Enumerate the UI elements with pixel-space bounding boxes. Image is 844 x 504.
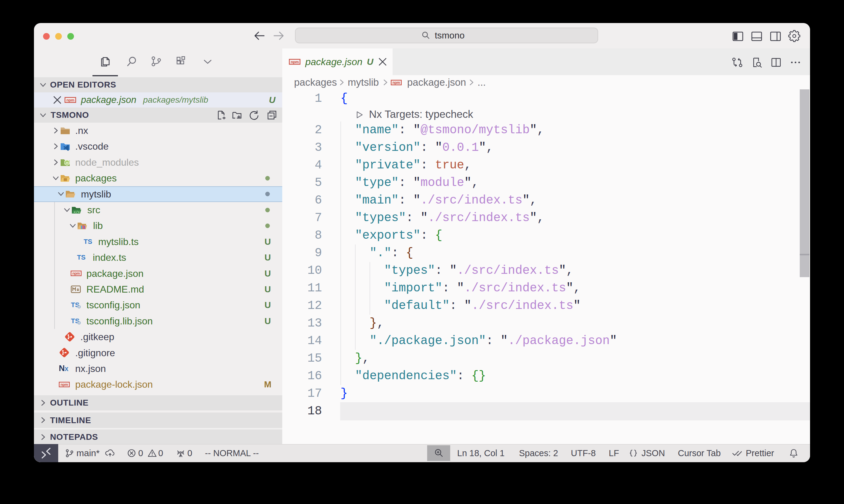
svg-text:npm: npm [291, 60, 299, 64]
svg-text:npm: npm [61, 382, 68, 387]
svg-text:npm: npm [72, 271, 80, 276]
svg-text:TS: TS [84, 238, 92, 245]
svg-text:TS: TS [77, 253, 86, 261]
svg-text:</>: </> [74, 211, 80, 214]
svg-text:N: N [59, 364, 65, 373]
svg-text:JS: JS [65, 161, 69, 164]
svg-text:npm: npm [393, 80, 400, 85]
svg-text:npm: npm [66, 98, 74, 102]
svg-text:x: x [65, 365, 69, 373]
